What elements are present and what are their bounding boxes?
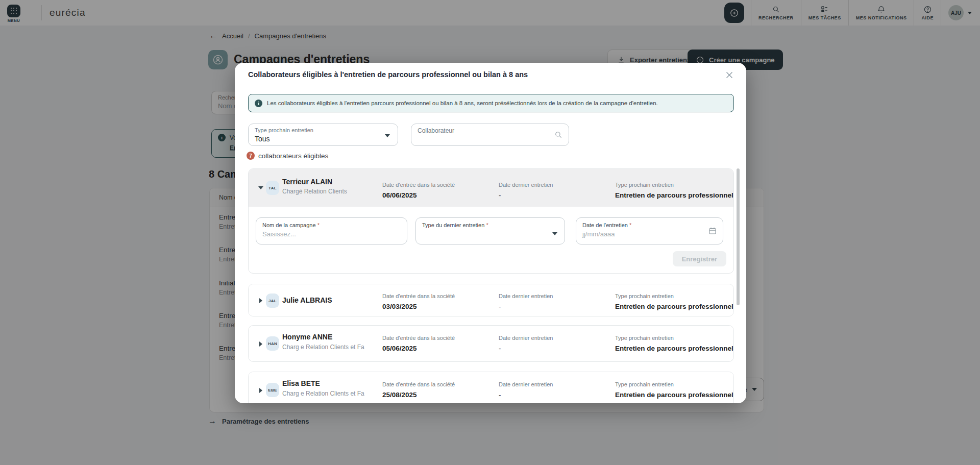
select-label: Type prochain entretien: [255, 127, 391, 133]
collaborator-role: Charg e Relation Clients et Fa: [282, 344, 364, 351]
modal-info-banner: i Les collaborateurs éligibles à l'entre…: [248, 94, 734, 112]
column-label: Date d'entrée dans la société: [382, 293, 455, 299]
search-icon: [554, 130, 563, 139]
modal-scrollbar[interactable]: [737, 168, 740, 305]
next-type-value: Entretien de parcours professionnel: [615, 191, 733, 199]
close-button[interactable]: [723, 68, 736, 82]
select-value: Tous: [255, 135, 391, 143]
collaborator-row-header[interactable]: EBE Elisa BETE Charg e Relation Clients …: [249, 372, 733, 403]
collaborator-role: Charg e Relation Clients et Fa: [282, 390, 364, 397]
collaborator-row-header[interactable]: TAL Terrieur ALAIN Chargé Relation Clien…: [249, 169, 733, 207]
column-label: Date d'entrée dans la société: [382, 381, 455, 387]
column-label: Type prochain entretien: [615, 335, 674, 341]
last-interview-value: -: [499, 303, 553, 310]
modal-info-text: Les collaborateurs éligibles à l'entreti…: [267, 100, 658, 106]
column-label: Date d'entrée dans la société: [382, 182, 455, 188]
entry-date-value: 06/06/2025: [382, 191, 455, 199]
next-interview-type-select[interactable]: Type prochain entretien Tous: [248, 124, 398, 146]
column-label: Type prochain entretien: [615, 381, 674, 387]
modal-title: Collaborateurs éligibles à l'entretien d…: [248, 70, 528, 79]
entry-date-value: 25/08/2025: [382, 391, 455, 399]
campaign-name-field[interactable]: Nom de la campagne *: [256, 217, 407, 244]
save-button[interactable]: Enregistrer: [673, 251, 726, 266]
calendar-icon[interactable]: [708, 226, 717, 235]
collaborator-name: Julie ALBRAIS: [282, 296, 332, 304]
interview-date-field[interactable]: Date de l'entretien *: [576, 217, 723, 244]
field-label: Date de l'entretien: [582, 222, 628, 228]
collaborator-row-header[interactable]: HAN Honyme ANNE Charg e Relation Clients…: [249, 326, 733, 361]
expand-caret-icon[interactable]: [258, 298, 264, 304]
collaborator-row-header[interactable]: JAL Julie ALBRAIS Date d'entrée dans la …: [249, 284, 733, 316]
collaborator-row: HAN Honyme ANNE Charg e Relation Clients…: [248, 325, 734, 362]
campaign-name-input[interactable]: [262, 230, 380, 238]
collaborator-name: Honyme ANNE: [282, 333, 332, 341]
avatar: JAL: [266, 293, 279, 308]
next-type-value: Entretien de parcours professionnel: [615, 345, 733, 352]
avatar: HAN: [266, 336, 279, 351]
collaborator-row: EBE Elisa BETE Charg e Relation Clients …: [248, 372, 734, 403]
avatar: TAL: [266, 181, 279, 195]
last-interview-value: -: [499, 391, 553, 399]
next-type-value: Entretien de parcours professionnel: [615, 303, 733, 310]
expand-caret-icon[interactable]: [258, 341, 264, 347]
last-interview-value: -: [499, 191, 553, 199]
chevron-down-icon: [552, 232, 557, 235]
collapse-caret-icon[interactable]: [258, 185, 264, 191]
field-label: Type du dernier entretien: [422, 222, 484, 228]
info-icon: i: [255, 100, 262, 107]
app-root: MENU eurécia RECHERCHER MES TÂCHES: [0, 0, 980, 465]
required-mark: *: [317, 222, 320, 228]
collaborator-name: Terrieur ALAIN: [282, 178, 332, 186]
count-text: collaborateurs éligibles: [258, 152, 328, 160]
chevron-down-icon: [385, 134, 390, 137]
column-label: Date dernier entretien: [499, 293, 553, 299]
expand-caret-icon[interactable]: [258, 387, 264, 394]
entry-date-value: 03/03/2025: [382, 303, 455, 310]
column-label: Date dernier entretien: [499, 182, 553, 188]
last-interview-type-select[interactable]: Type du dernier entretien *: [415, 217, 565, 244]
column-label: Date d'entrée dans la société: [382, 335, 455, 341]
column-label: Type prochain entretien: [615, 293, 674, 299]
collaborator-field-label: Collaborateur: [418, 127, 562, 134]
collaborator-search-input[interactable]: [418, 135, 540, 143]
last-interview-value: -: [499, 345, 553, 352]
required-mark: *: [486, 222, 488, 228]
collaborator-row: JAL Julie ALBRAIS Date d'entrée dans la …: [248, 284, 734, 316]
collaborator-row-expanded: TAL Terrieur ALAIN Chargé Relation Clien…: [248, 168, 734, 274]
required-mark: *: [629, 222, 631, 228]
count-badge: 7: [247, 152, 255, 160]
field-label: Nom de la campagne: [262, 222, 316, 228]
avatar: EBE: [266, 383, 279, 397]
column-label: Date dernier entretien: [499, 381, 553, 387]
interview-date-input[interactable]: [582, 230, 697, 238]
next-type-value: Entretien de parcours professionnel: [615, 391, 733, 399]
collaborator-role: Chargé Relation Clients: [282, 188, 347, 195]
eligible-count: 7 collaborateurs éligibles: [247, 152, 328, 160]
column-label: Type prochain entretien: [615, 182, 674, 188]
eligible-collaborators-modal: Collaborateurs éligibles à l'entretien d…: [235, 63, 746, 403]
entry-date-value: 05/06/2025: [382, 345, 455, 352]
collaborator-name: Elisa BETE: [282, 379, 320, 387]
column-label: Date dernier entretien: [499, 335, 553, 341]
collaborator-search-field[interactable]: Collaborateur: [411, 124, 569, 146]
